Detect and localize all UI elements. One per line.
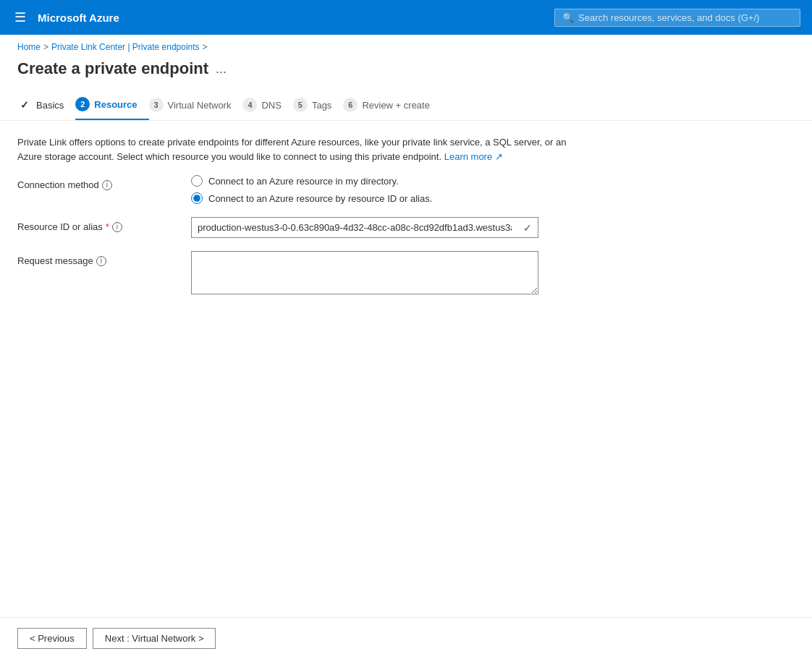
resource-id-info-icon[interactable]: i xyxy=(112,222,122,232)
resource-id-input-wrapper: ✓ xyxy=(191,217,538,238)
tab-virtual-network-label: Virtual Network xyxy=(168,100,232,111)
tab-dns[interactable]: 4 DNS xyxy=(242,90,292,119)
radio-directory[interactable]: Connect to an Azure resource in my direc… xyxy=(191,175,538,187)
breadcrumb-home[interactable]: Home xyxy=(17,42,41,52)
tab-basics-label: Basics xyxy=(36,100,64,111)
learn-more-link[interactable]: Learn more ↗ xyxy=(444,151,503,162)
app-title: Microsoft Azure xyxy=(38,12,546,24)
tab-dns-label: DNS xyxy=(261,100,281,111)
radio-alias[interactable]: Connect to an Azure resource by resource… xyxy=(191,192,538,204)
step-number-3: 3 xyxy=(149,98,164,112)
description-text: Private Link offers options to create pr… xyxy=(17,135,567,163)
page-options-button[interactable]: ... xyxy=(216,61,227,77)
main-content: Private Link offers options to create pr… xyxy=(0,121,812,324)
connection-method-label: Connection method i xyxy=(17,175,191,190)
radio-directory-label: Connect to an Azure resource in my direc… xyxy=(208,176,399,187)
wizard-steps: ✓ Basics 2 Resource 3 Virtual Network 4 … xyxy=(0,90,812,121)
tab-resource-label: Resource xyxy=(94,99,137,110)
tab-virtual-network[interactable]: 3 Virtual Network xyxy=(149,90,243,119)
breadcrumb-sep2: > xyxy=(203,42,208,52)
radio-alias-input[interactable] xyxy=(191,192,203,204)
request-message-textarea[interactable] xyxy=(191,251,538,294)
tab-tags[interactable]: 5 Tags xyxy=(293,90,343,119)
tab-review-create[interactable]: 6 Review + create xyxy=(343,90,441,119)
resource-id-field-wrapper: ✓ xyxy=(191,217,538,238)
search-input[interactable] xyxy=(578,12,792,23)
request-message-field-wrapper xyxy=(191,251,538,297)
step-number-2: 2 xyxy=(75,97,90,111)
search-icon: 🔍 xyxy=(562,12,574,23)
resource-id-row: Resource ID or alias * i ✓ xyxy=(17,217,795,238)
tab-basics[interactable]: ✓ Basics xyxy=(17,90,75,119)
required-indicator: * xyxy=(106,221,109,232)
tab-resource[interactable]: 2 Resource xyxy=(75,90,148,120)
tab-tags-label: Tags xyxy=(312,100,331,111)
tab-review-create-label: Review + create xyxy=(362,100,430,111)
request-message-info-icon[interactable]: i xyxy=(96,256,106,266)
search-bar[interactable]: 🔍 xyxy=(554,9,800,27)
breadcrumb-private-link[interactable]: Private Link Center | Private endpoints xyxy=(51,42,200,52)
step-number-5: 5 xyxy=(293,98,308,112)
request-message-label: Request message i xyxy=(17,251,191,266)
page-title-area: Create a private endpoint ... xyxy=(0,55,812,90)
connection-method-options: Connect to an Azure resource in my direc… xyxy=(191,175,538,204)
connection-method-info-icon[interactable]: i xyxy=(102,180,112,190)
request-message-row: Request message i xyxy=(17,251,795,297)
topbar: ☰ Microsoft Azure 🔍 xyxy=(0,0,812,35)
step-check-icon: ✓ xyxy=(17,98,32,112)
breadcrumb-sep1: > xyxy=(43,42,48,52)
input-check-icon: ✓ xyxy=(517,222,538,234)
connection-method-row: Connection method i Connect to an Azure … xyxy=(17,175,795,204)
breadcrumb: Home > Private Link Center | Private end… xyxy=(0,35,812,55)
page-title: Create a private endpoint xyxy=(17,59,208,78)
step-number-6: 6 xyxy=(343,98,358,112)
resource-id-label: Resource ID or alias * i xyxy=(17,217,191,232)
resource-id-input[interactable] xyxy=(192,218,517,237)
radio-alias-label: Connect to an Azure resource by resource… xyxy=(208,193,432,204)
radio-directory-input[interactable] xyxy=(191,175,203,187)
hamburger-icon[interactable]: ☰ xyxy=(12,7,29,28)
step-number-4: 4 xyxy=(242,98,257,112)
